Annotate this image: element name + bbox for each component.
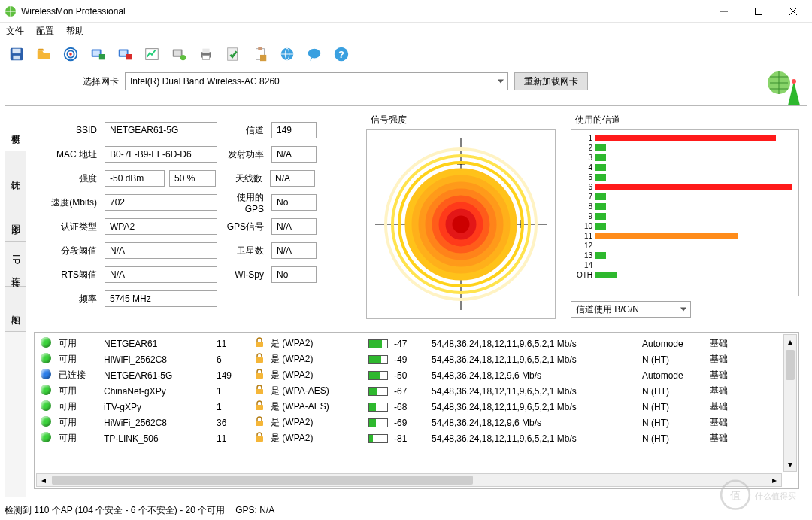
status-text: 已连接 <box>56 367 101 383</box>
scroll-right-icon[interactable]: ▸ <box>768 474 781 486</box>
channel-row: 10 <box>576 221 794 231</box>
check-icon[interactable] <box>223 44 244 65</box>
target-icon[interactable] <box>60 44 81 65</box>
table-row[interactable]: 可用HiWiFi_2562C86是 (WPA2)-4954,48,36,24,1… <box>38 351 782 367</box>
svg-rect-1 <box>756 8 762 14</box>
channel-number: 5 <box>576 173 592 181</box>
scroll-left-icon[interactable]: ◂ <box>37 474 50 486</box>
globe-icon[interactable] <box>277 44 298 65</box>
signal-cell: -67 <box>391 383 429 399</box>
sat-label: 卫星数 <box>222 245 267 257</box>
table-row[interactable]: 可用NETGEAR6111是 (WPA2)-4754,48,36,24,18,1… <box>38 336 782 351</box>
status-text: 可用 <box>56 430 101 446</box>
tab-stats[interactable]: 统计 <box>5 151 26 196</box>
close-button[interactable] <box>776 0 810 23</box>
table-row[interactable]: 可用HiWiFi_2562C836是 (WPA2)-6954,48,36,24,… <box>38 415 782 430</box>
ssid-cell: NETGEAR61-5G <box>101 367 214 383</box>
strength-dbm: -50 dBm <box>105 170 165 187</box>
security-cell: 是 (WPA2) <box>268 367 365 383</box>
lock-icon <box>254 353 265 363</box>
svg-rect-67 <box>256 389 263 394</box>
channel-number: 11 <box>576 232 592 240</box>
table-row[interactable]: 可用iTV-gXPy1是 (WPA-AES)-6854,48,36,24,18,… <box>38 399 782 415</box>
graph-icon[interactable] <box>141 44 162 65</box>
tab-map[interactable]: 地图 <box>5 287 26 332</box>
menu-file[interactable]: 文件 <box>6 25 24 38</box>
tab-graph[interactable]: 图形 <box>5 196 26 242</box>
mode-cell: N (HT) <box>639 383 707 399</box>
signal-cell: -81 <box>391 430 429 446</box>
save-icon[interactable] <box>6 44 27 65</box>
freq-label: 频率 <box>37 293 100 306</box>
svg-point-26 <box>308 49 321 59</box>
scroll-down-icon[interactable]: ▾ <box>784 458 796 471</box>
security-cell: 是 (WPA2) <box>268 351 365 367</box>
hscroll-thumb[interactable] <box>52 476 473 485</box>
maximize-button[interactable] <box>741 0 776 23</box>
status-text: 可用 <box>56 336 101 351</box>
printer-icon[interactable] <box>195 44 217 65</box>
channel-mode-select[interactable] <box>571 301 691 318</box>
sat-value: N/A <box>271 242 317 259</box>
svg-rect-24 <box>260 55 266 61</box>
signal-group: 信号强度 <box>366 114 562 324</box>
rates-cell: 54,48,36,24,18,12,9,6 Mb/s <box>429 415 639 430</box>
channel-bar <box>595 184 792 190</box>
svg-rect-3 <box>13 49 21 53</box>
channel-bar <box>595 213 606 220</box>
table-row[interactable]: 可用TP-LINK_50611是 (WPA2)-8154,48,36,24,18… <box>38 430 782 446</box>
rts-label: RTS阈值 <box>37 269 100 281</box>
antenna-value: N/A <box>270 170 315 187</box>
mode-cell: N (HT) <box>639 351 707 367</box>
signal-bar-icon <box>368 339 388 348</box>
antenna-globe-icon <box>765 69 801 105</box>
channel-number: 4 <box>576 163 592 172</box>
tab-summary[interactable]: 概要 <box>5 106 26 151</box>
pc-red-icon[interactable] <box>114 44 135 65</box>
infra-cell: 基础 <box>707 399 782 415</box>
lock-icon <box>254 432 265 442</box>
lock-icon <box>254 369 265 379</box>
pc-blue-icon[interactable] <box>87 44 108 65</box>
channel-chart: 1234567891011121314OTH <box>571 129 799 296</box>
reload-adapter-button[interactable]: 重新加载网卡 <box>514 72 588 90</box>
clipboard-icon[interactable] <box>250 44 271 65</box>
channel-cell: 1 <box>214 399 251 415</box>
open-icon[interactable] <box>33 44 54 65</box>
menu-help[interactable]: 帮助 <box>66 25 84 38</box>
channel-number: 13 <box>576 251 592 260</box>
speed-label: 速度(Mbits) <box>37 196 100 209</box>
channel-row: 7 <box>576 192 794 202</box>
menu-config[interactable]: 配置 <box>36 25 54 38</box>
strength-pct: 50 % <box>169 170 216 187</box>
rates-cell: 54,48,36,24,18,12,11,9,6,5,2,1 Mb/s <box>429 399 639 415</box>
help-icon[interactable]: ? <box>331 44 352 65</box>
channel-number: 2 <box>576 144 592 152</box>
minimize-button[interactable] <box>707 0 741 23</box>
scroll-thumb[interactable] <box>786 350 795 380</box>
status-text: 可用 <box>56 399 101 415</box>
frag-label: 分段阈值 <box>37 245 100 257</box>
vertical-scrollbar[interactable]: ▴ ▾ <box>783 334 797 472</box>
channel-number: 3 <box>576 154 592 162</box>
summary-panel: SSID NETGEAR61-5G 信道 149 MAC 地址 B0-7F-B9… <box>26 106 807 497</box>
channel-row: 11 <box>576 231 794 241</box>
chat-icon[interactable] <box>304 44 325 65</box>
table-row[interactable]: 可用ChinaNet-gXPy1是 (WPA-AES)-6754,48,36,2… <box>38 383 782 399</box>
status-aps: 检测到 110 个AP (104 个安全 - 6 个不安全) - 20 个可用 <box>5 504 225 517</box>
horizontal-scrollbar[interactable]: ◂ ▸ <box>36 473 782 487</box>
signal-bar-icon <box>368 418 388 427</box>
security-cell: 是 (WPA2) <box>268 336 365 351</box>
txpower-label: 发射功率 <box>222 148 267 161</box>
scroll-up-icon[interactable]: ▴ <box>784 335 796 348</box>
tab-ip[interactable]: IP 连接 <box>5 242 26 287</box>
adapter-select[interactable] <box>125 72 508 90</box>
ssid-cell: ChinaNet-gXPy <box>101 383 214 399</box>
signal-bar-icon <box>368 403 388 412</box>
channel-row: 9 <box>576 211 794 221</box>
pc-gray-icon[interactable] <box>168 44 189 65</box>
table-row[interactable]: 已连接NETGEAR61-5G149是 (WPA2)-5054,48,36,24… <box>38 367 782 383</box>
vertical-tabs: 概要 统计 图形 IP 连接 地图 <box>5 106 26 497</box>
signal-cell: -69 <box>391 415 429 430</box>
status-dot-icon <box>41 369 51 379</box>
